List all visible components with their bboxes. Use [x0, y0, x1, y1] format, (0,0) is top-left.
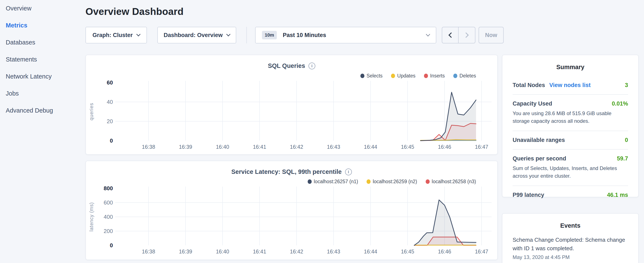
sidebar-item-databases[interactable]: Databases — [6, 39, 82, 46]
svg-text:800: 800 — [104, 185, 113, 191]
time-next-button[interactable] — [458, 27, 475, 43]
svg-text:latency (ms): latency (ms) — [89, 202, 94, 231]
summary-panel: Summary Total NodesView nodes list3Capac… — [502, 55, 639, 197]
events-panel: Events Schema Change Completed: Schema c… — [502, 213, 639, 263]
chart-legend: SelectsUpdatesInsertsDeletes — [360, 73, 476, 79]
chart-plot-area[interactable]: 16:3816:3916:4016:4116:4216:4316:4416:45… — [86, 161, 498, 260]
events-title: Events — [502, 214, 638, 229]
svg-text:16:45: 16:45 — [401, 248, 414, 254]
summary-value: 46.1 ms — [607, 192, 628, 198]
svg-text:queries: queries — [89, 103, 94, 120]
summary-subtext: You are using 28.6 MiB of 515.9 GiB usab… — [512, 110, 628, 125]
view-nodes-list-link[interactable]: View nodes list — [550, 82, 591, 89]
legend-dot — [391, 74, 395, 78]
svg-text:16:41: 16:41 — [253, 248, 266, 254]
sidebar-item-advanced-debug[interactable]: Advanced Debug — [6, 107, 82, 114]
legend-dot — [308, 179, 312, 184]
sidebar-item-overview[interactable]: Overview — [6, 5, 82, 12]
service-latency-chart-card: Service Latency: SQL, 99th percentile i … — [86, 161, 498, 260]
legend-label: localhost:26258 (n3) — [432, 179, 476, 184]
chevron-left-icon — [448, 32, 454, 38]
summary-label: P99 latency — [512, 192, 544, 198]
svg-text:16:47: 16:47 — [475, 144, 488, 150]
summary-row-capacity-used: Capacity Used0.01%You are using 28.6 MiB… — [512, 95, 628, 131]
svg-text:16:40: 16:40 — [216, 144, 229, 150]
svg-text:16:42: 16:42 — [290, 248, 304, 254]
summary-label: Total Nodes — [512, 82, 545, 89]
event-text: Schema Change Completed: Schema change w… — [512, 235, 628, 252]
summary-row-total-nodes: Total NodesView nodes list3 — [512, 76, 628, 95]
dashboard-selector-dropdown[interactable]: Dashboard: Overview — [157, 27, 236, 43]
svg-text:60: 60 — [107, 79, 113, 86]
chart-legend: localhost:26257 (n1)localhost:26259 (n2)… — [308, 179, 476, 184]
legend-label: localhost:26259 (n2) — [373, 179, 417, 184]
controls-divider — [246, 27, 247, 43]
legend-dot — [424, 74, 428, 78]
legend-dot — [426, 179, 430, 184]
svg-text:16:40: 16:40 — [216, 248, 229, 254]
chevron-down-icon — [426, 32, 430, 36]
svg-text:200: 200 — [104, 228, 113, 234]
legend-item-localhost-26258-n3[interactable]: localhost:26258 (n3) — [426, 179, 476, 184]
summary-subtext: Sum of Selects, Updates, Inserts, and De… — [512, 164, 628, 180]
summary-title: Summary — [502, 55, 638, 71]
chevron-down-icon — [226, 32, 230, 36]
summary-row-p99-latency: P99 latency46.1 ms — [512, 186, 628, 204]
svg-text:16:44: 16:44 — [364, 248, 378, 254]
time-range-label: Past 10 Minutes — [283, 32, 326, 39]
time-pager — [442, 27, 476, 43]
sql-queries-chart-card: SQL Queries i 16:3816:3916:4016:4116:421… — [86, 55, 498, 155]
legend-label: Deletes — [460, 73, 476, 79]
svg-text:0: 0 — [110, 242, 113, 248]
summary-row-unavailable-ranges: Unavailable ranges0 — [512, 131, 628, 150]
legend-label: Updates — [397, 73, 416, 79]
legend-dot — [453, 74, 457, 78]
svg-text:40: 40 — [107, 99, 113, 105]
svg-text:16:44: 16:44 — [364, 144, 378, 150]
graph-selector-label: Graph: Cluster — [92, 32, 133, 39]
svg-text:600: 600 — [104, 199, 113, 206]
svg-text:16:42: 16:42 — [290, 144, 304, 150]
chevron-down-icon — [136, 32, 140, 36]
summary-value: 0 — [625, 137, 628, 143]
event-timestamp: May 13, 2020 at 4:45 PM — [512, 254, 628, 260]
time-now-button[interactable]: Now — [478, 27, 504, 43]
legend-item-inserts[interactable]: Inserts — [424, 73, 445, 79]
legend-item-updates[interactable]: Updates — [391, 73, 416, 79]
summary-value: 3 — [625, 82, 628, 89]
event-item: Schema Change Completed: Schema change w… — [512, 235, 628, 260]
sidebar-item-metrics[interactable]: Metrics — [6, 22, 82, 29]
svg-text:16:43: 16:43 — [327, 144, 340, 150]
summary-label: Unavailable ranges — [512, 137, 565, 143]
page-title: Overview Dashboard — [86, 6, 184, 18]
svg-text:16:46: 16:46 — [438, 248, 451, 254]
summary-label: Capacity Used — [512, 100, 552, 107]
graph-selector-dropdown[interactable]: Graph: Cluster — [86, 27, 147, 43]
summary-rows: Total NodesView nodes list3Capacity Used… — [502, 76, 638, 204]
time-prev-button[interactable] — [442, 27, 458, 43]
time-range-dropdown[interactable]: 10m Past 10 Minutes — [255, 27, 436, 43]
legend-item-deletes[interactable]: Deletes — [453, 73, 476, 79]
chart-plot-area[interactable]: 16:3816:3916:4016:4116:4216:4316:4416:45… — [86, 55, 498, 155]
svg-text:16:39: 16:39 — [179, 144, 192, 150]
svg-text:400: 400 — [104, 214, 113, 220]
events-list: Schema Change Completed: Schema change w… — [502, 235, 638, 260]
svg-text:16:39: 16:39 — [179, 248, 192, 254]
chevron-right-icon — [463, 32, 468, 38]
legend-item-localhost-26257-n1[interactable]: localhost:26257 (n1) — [308, 179, 358, 184]
dashboard-selector-label: Dashboard: Overview — [164, 32, 223, 39]
time-range-badge: 10m — [262, 31, 277, 39]
sidebar-item-statements[interactable]: Statements — [6, 56, 82, 63]
sidebar-item-network-latency[interactable]: Network Latency — [6, 73, 82, 80]
svg-text:16:46: 16:46 — [438, 144, 451, 150]
svg-text:16:43: 16:43 — [327, 248, 340, 254]
svg-text:16:38: 16:38 — [142, 248, 155, 254]
svg-text:16:41: 16:41 — [253, 144, 266, 150]
summary-row-queries-per-second: Queries per second59.7Sum of Selects, Up… — [512, 150, 628, 186]
legend-label: Inserts — [430, 73, 445, 79]
legend-item-localhost-26259-n2[interactable]: localhost:26259 (n2) — [366, 179, 417, 184]
sidebar-item-jobs[interactable]: Jobs — [6, 90, 82, 97]
svg-text:16:45: 16:45 — [401, 144, 414, 150]
legend-item-selects[interactable]: Selects — [360, 73, 382, 79]
overview-dashboard-page: OverviewMetricsDatabasesStatementsNetwor… — [0, 0, 644, 263]
